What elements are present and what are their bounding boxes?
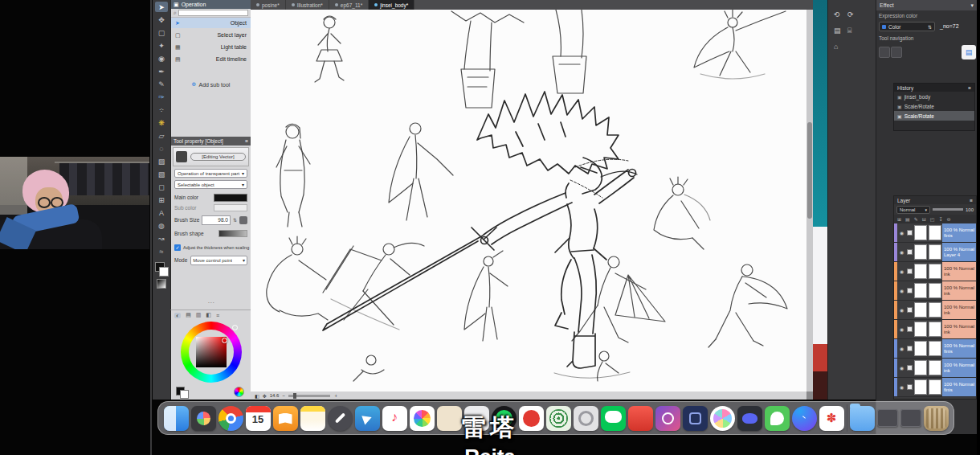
layer-thumbnail[interactable] [914,360,927,375]
subtool-panel-header[interactable]: ▣ Operation [171,0,251,9]
layer-thumbnail[interactable] [914,302,927,318]
expression-color-dropdown[interactable]: Color ⇅ [879,22,935,31]
brush-size-slider-button[interactable] [239,216,247,224]
selectable-object-dropdown[interactable]: Selectable object ▾ [174,180,247,189]
brush-tool-icon[interactable]: ✑ [155,92,168,102]
subtool-item-edit-timeline[interactable]: ▤ Edit timeline [171,54,251,64]
fit-screen-icon[interactable]: ◧ [255,393,259,399]
panel-menu-icon[interactable]: ≡ [968,85,971,91]
layer-mask-thumbnail[interactable] [929,360,941,375]
brush-size-input[interactable]: 98.0 [202,215,231,225]
layer-label[interactable]: 100 % Normal ink [942,320,976,338]
layer-thumbnail[interactable] [914,264,927,279]
eye-icon[interactable]: ◉ [897,281,906,300]
history-item[interactable]: ▣ jinsei_body [894,92,974,101]
scale-thickness-row[interactable]: ✓ Adjust the thickness when scaling [174,243,249,252]
frame-tool-icon[interactable]: ⊞ [155,195,168,205]
marquee-tool-icon[interactable]: ▢ [155,27,168,38]
layer-row[interactable]: ◉ 100 % Normal ink [894,262,976,281]
layer-mask-thumbnail[interactable] [929,244,941,260]
history-item[interactable]: ▣ Scale/Rotate [894,101,974,111]
zoom-slider-knob[interactable] [293,393,296,399]
redo-icon[interactable]: ⟳ [847,11,854,18]
opacity-slider[interactable] [933,208,963,211]
tab-jinsei-body[interactable]: jinsei_body* [369,0,414,10]
undo-icon[interactable]: ⟲ [834,11,840,18]
palette-menu-icon[interactable]: ≡ [216,313,219,318]
liquify-tool-icon[interactable]: ≈ [155,246,168,256]
layer-label[interactable]: 100 % Normal finis [942,378,976,396]
brush-size-spinner[interactable]: ⇅ [233,217,237,223]
line-correction-tool-icon[interactable]: ↝ [155,233,168,244]
eraser-tool-icon[interactable]: ▱ [155,130,168,141]
transfer-icon[interactable]: ↧ [938,216,942,222]
layer-mask-thumbnail[interactable] [929,322,941,337]
gradient-tool-icon[interactable]: ▧ [155,169,168,179]
hue-cursor[interactable] [232,325,238,330]
panel-list-icon[interactable]: ▤ [834,27,841,35]
subview-panel-chip[interactable]: ▤ [962,45,976,59]
layer-thumbnail[interactable] [914,341,927,356]
drawing-canvas[interactable] [251,10,806,391]
layer-row[interactable]: ◉ 100 % Normal finis [894,223,976,243]
eye-icon[interactable]: ◉ [897,378,906,396]
new-folder-icon[interactable]: ▤ [905,216,910,222]
transparent-color-swatch[interactable] [157,279,166,289]
layer-mask-thumbnail[interactable] [929,283,941,298]
zoom-slider[interactable] [288,395,330,397]
text-tool-icon[interactable]: A [155,207,168,218]
move-tool-icon[interactable]: ✥ [155,14,168,25]
sub-color-value-swatch[interactable] [214,204,247,211]
zoom-in-icon[interactable]: ＋ [333,392,338,400]
tab-posine[interactable]: posine* [251,0,286,10]
history-panel-header[interactable]: History ≡ [894,84,974,92]
current-tool-box[interactable]: [Editing Vector] [173,147,249,166]
color-slider-tab-icon[interactable]: ▤ [186,312,191,318]
zoom-out-icon[interactable]: − [282,393,285,398]
layer-label[interactable]: 100 % Normal ink [942,262,976,281]
layer-checkbox[interactable] [906,378,913,396]
operation-tool-icon[interactable]: ➤ [155,2,168,12]
eye-icon[interactable]: ◉ [897,243,906,261]
main-color-value-swatch[interactable] [214,194,247,202]
layer-label[interactable]: 100 % Normal finis [942,339,976,358]
layer-mask-thumbnail[interactable] [929,341,941,356]
layer-label[interactable]: 100 % Normal Layer 4 [942,243,976,261]
tab-illustration[interactable]: Illustration* [286,0,329,10]
fill-tool-icon[interactable]: ▨ [155,156,168,166]
sub-color-swatch[interactable] [159,267,169,277]
layer-checkbox[interactable] [906,223,913,242]
pan-icon[interactable]: ✥ [263,393,267,399]
airbrush-tool-icon[interactable]: ⁘ [155,105,168,115]
pencil-tool-icon[interactable]: ✎ [155,79,168,89]
editing-vector-pill[interactable]: [Editing Vector] [190,153,246,161]
panel-menu-icon[interactable]: ≡ [245,138,248,144]
layer-label[interactable]: 100 % Normal finis [942,223,976,242]
nav-button-1[interactable] [879,47,890,58]
layer-mask-thumbnail[interactable] [929,379,941,395]
color-history-tab-icon[interactable]: ◧ [206,312,211,318]
layer-thumbnail[interactable] [914,244,927,260]
edit-layer-icon[interactable]: ✎ [914,216,918,222]
layer-label[interactable]: 100 % Normal ink [942,301,976,319]
figure-tool-icon[interactable]: ◻ [155,182,168,192]
color-wheel-tab-icon[interactable]: ◐ [174,313,181,318]
history-item-selected[interactable]: ▣ Scale/Rotate [894,111,974,121]
color-mixer-button[interactable] [234,387,244,397]
eye-icon[interactable]: ◉ [897,320,906,338]
pen-tool-icon[interactable]: ✒ [155,66,168,76]
eye-icon[interactable]: ◉ [897,339,906,358]
blend-tool-icon[interactable]: ◌ [155,143,168,154]
decoration-tool-icon[interactable]: ❋ [155,117,168,128]
layer-thumbnail[interactable] [914,283,927,298]
scrollbar-thumb[interactable] [807,122,812,219]
layer-label[interactable]: 100 % Normal ink [942,281,976,300]
layer-row[interactable]: ◉ 100 % Normal finis [894,378,976,397]
search-input[interactable] [178,10,248,16]
layer-checkbox[interactable] [906,281,913,300]
folder-panel-icon[interactable]: ⌸ [847,27,851,35]
subtool-search-row[interactable]: ⌕ [171,9,251,18]
layer-mask-thumbnail[interactable] [929,225,941,240]
layer-row[interactable]: ◉ 100 % Normal ink [894,281,976,301]
layer-thumbnail[interactable] [914,322,927,337]
